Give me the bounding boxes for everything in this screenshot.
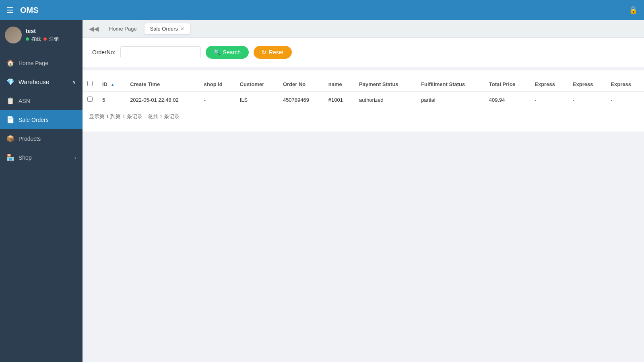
sidebar-item-sale-orders[interactable]: 📄 Sale Orders xyxy=(0,110,83,129)
cell-shop-id: - xyxy=(199,92,235,108)
lock-icon: 🔒 xyxy=(629,6,638,14)
sidebar-item-warehouse[interactable]: 💎 Warehouse ∨ xyxy=(0,72,83,91)
status-logout-label: 注销 xyxy=(49,36,59,43)
search-label: Search xyxy=(223,49,241,56)
header-customer: Customer xyxy=(235,77,278,92)
header-order-no: Order No xyxy=(278,77,324,92)
sidebar-item-warehouse-label: Warehouse xyxy=(19,78,68,85)
user-info: test 在线 注销 xyxy=(26,28,59,43)
header-total-price: Total Price xyxy=(484,77,530,92)
cell-express3: - xyxy=(606,92,644,108)
home-icon: 🏠 xyxy=(6,59,14,67)
tab-home-label: Home Page xyxy=(109,26,137,32)
order-no-label: OrderNo: xyxy=(92,49,116,56)
cell-payment-status: authorized xyxy=(354,92,416,108)
header-create-time: Create Time xyxy=(125,77,199,92)
status-online-label: 在线 xyxy=(31,36,41,43)
sort-icon[interactable]: ▲ xyxy=(111,82,115,87)
header-payment-status: Payment Status xyxy=(354,77,416,92)
row-checkbox-cell xyxy=(83,92,97,108)
username: test xyxy=(26,28,59,34)
sidebar-item-sale-orders-label: Sale Orders xyxy=(19,117,76,123)
tab-close-icon[interactable]: ✕ xyxy=(180,26,184,32)
sidebar-item-home[interactable]: 🏠 Home Page xyxy=(0,53,83,72)
header-name: name xyxy=(324,77,354,92)
table-row[interactable]: 5 2022-05-01 22:48:02 - ILS 450789469 #1… xyxy=(83,92,644,108)
tab-sale-orders-label: Sale Orders xyxy=(150,26,178,32)
sidebar-item-products[interactable]: 📦 Products xyxy=(0,129,83,148)
tab-home[interactable]: Home Page xyxy=(103,23,142,34)
cell-express1: - xyxy=(530,92,568,108)
tab-back-button[interactable]: ◀◀ xyxy=(86,23,102,34)
reset-icon: ↻ xyxy=(262,49,266,56)
header-express3: Express xyxy=(606,77,644,92)
logout-dot xyxy=(43,37,47,41)
header-express1: Express xyxy=(530,77,568,92)
sidebar-user: test 在线 注销 xyxy=(0,20,83,50)
topbar-left: ☰ OMS xyxy=(6,5,39,15)
sidebar-item-home-label: Home Page xyxy=(19,60,76,66)
table-header-row: ID ▲ Create Time shop id Customer Order … xyxy=(83,77,644,92)
filter-section: OrderNo: 🔍 Search ↻ Reset xyxy=(83,38,644,67)
sidebar-item-asn[interactable]: 📋 ASN xyxy=(0,91,83,110)
user-status: 在线 注销 xyxy=(26,36,59,43)
header-id: ID ▲ xyxy=(97,77,125,92)
topbar: ☰ OMS 🔒 xyxy=(0,0,644,20)
sidebar-item-shop-label: Shop xyxy=(19,154,70,161)
select-all-checkbox[interactable] xyxy=(87,81,93,86)
cell-express2: - xyxy=(568,92,606,108)
app-title: OMS xyxy=(20,6,39,15)
pagination-info: 显示第 1 到第 1 条记录，总共 1 条记录 xyxy=(83,108,644,125)
reset-button[interactable]: ↻ Reset xyxy=(254,46,292,59)
tab-sale-orders[interactable]: Sale Orders ✕ xyxy=(144,23,190,35)
tab-bar: ◀◀ Home Page Sale Orders ✕ xyxy=(83,20,644,38)
sidebar: test 在线 注销 🏠 Home Page 💎 Warehouse ∨ xyxy=(0,20,83,362)
cell-id: 5 xyxy=(97,92,125,108)
warehouse-icon: 💎 xyxy=(6,78,14,86)
cell-total-price: 409.94 xyxy=(484,92,530,108)
main-layout: test 在线 注销 🏠 Home Page 💎 Warehouse ∨ xyxy=(0,20,644,362)
data-table: ID ▲ Create Time shop id Customer Order … xyxy=(83,77,644,108)
sidebar-nav: 🏠 Home Page 💎 Warehouse ∨ 📋 ASN 📄 Sale O… xyxy=(0,50,83,362)
chevron-down-icon: ∨ xyxy=(72,79,76,85)
sidebar-item-products-label: Products xyxy=(19,136,76,142)
sale-orders-icon: 📄 xyxy=(6,116,14,123)
cell-order-no: 450789469 xyxy=(278,92,324,108)
header-fulfillment-status: Fulfillment Status xyxy=(416,77,484,92)
header-shop-id: shop id xyxy=(199,77,235,92)
header-express2: Express xyxy=(568,77,606,92)
table-section: ID ▲ Create Time shop id Customer Order … xyxy=(83,70,644,132)
header-checkbox-col xyxy=(83,77,97,92)
products-icon: 📦 xyxy=(6,135,14,142)
sidebar-item-asn-label: ASN xyxy=(19,98,76,104)
page-content: OrderNo: 🔍 Search ↻ Reset xyxy=(83,38,644,362)
topbar-right: 🔒 xyxy=(629,6,638,14)
cell-fulfillment-status: partial xyxy=(416,92,484,108)
search-icon: 🔍 xyxy=(214,49,221,56)
table-body: 5 2022-05-01 22:48:02 - ILS 450789469 #1… xyxy=(83,92,644,108)
cell-customer: ILS xyxy=(235,92,278,108)
online-dot xyxy=(26,37,29,41)
search-button[interactable]: 🔍 Search xyxy=(206,46,249,59)
shop-icon: 🏪 xyxy=(6,154,14,161)
avatar xyxy=(5,27,22,43)
hamburger-icon[interactable]: ☰ xyxy=(6,5,14,15)
reset-label: Reset xyxy=(269,49,284,56)
cell-name: #1001 xyxy=(324,92,354,108)
content-area: ◀◀ Home Page Sale Orders ✕ OrderNo: 🔍 Se… xyxy=(83,20,644,362)
chevron-left-icon: ‹ xyxy=(74,155,76,160)
order-no-input[interactable] xyxy=(120,46,201,58)
sidebar-item-shop[interactable]: 🏪 Shop ‹ xyxy=(0,148,83,167)
asn-icon: 📋 xyxy=(6,97,14,105)
avatar-image xyxy=(5,27,22,43)
cell-create-time: 2022-05-01 22:48:02 xyxy=(125,92,199,108)
row-checkbox[interactable] xyxy=(87,97,93,102)
